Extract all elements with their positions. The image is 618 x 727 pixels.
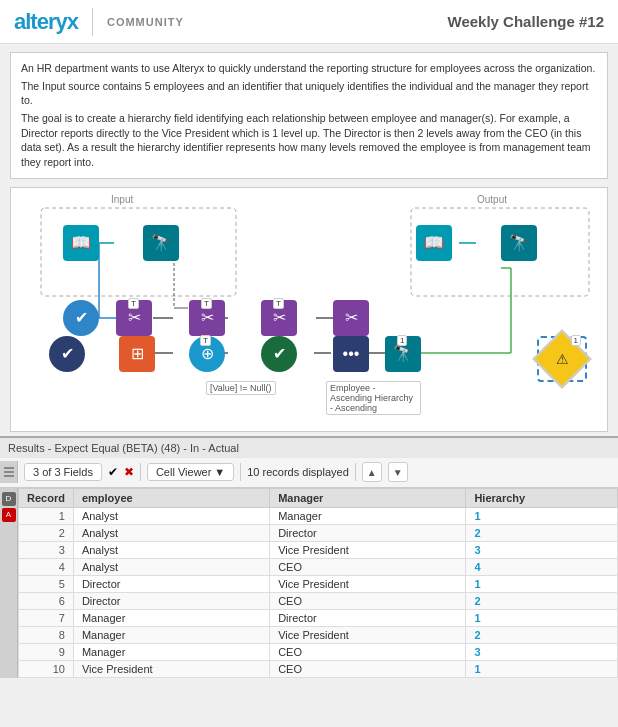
cell-employee: Manager <box>73 643 269 660</box>
toolbar-sep-2 <box>240 463 241 481</box>
sidebar-icon-1[interactable]: D <box>2 492 16 506</box>
table-row: 1AnalystManager1 <box>19 507 618 524</box>
dropdown-arrow: ▼ <box>214 466 225 478</box>
toolbar: 3 of 3 Fields ✔ ✖ Cell Viewer ▼ 10 recor… <box>0 458 618 488</box>
cell-record: 3 <box>19 541 74 558</box>
hamburger-line <box>4 475 14 477</box>
join-node[interactable]: ⊞ <box>119 336 155 372</box>
diamond-icon: ⚠ <box>532 329 591 388</box>
hamburger-line <box>4 467 14 469</box>
cell-employee: Vice President <box>73 660 269 677</box>
cell-record: 6 <box>19 592 74 609</box>
cell-record: 8 <box>19 626 74 643</box>
cell-record: 10 <box>19 660 74 677</box>
input-node-1[interactable]: 📖 <box>63 225 99 261</box>
cell-viewer-btn[interactable]: Cell Viewer ▼ <box>147 463 234 481</box>
scroll-up-btn[interactable]: ▲ <box>362 462 382 482</box>
header: alteryx COMMUNITY Weekly Challenge #12 <box>0 0 618 44</box>
description-line2: The Input source contains 5 employees an… <box>21 79 597 108</box>
cell-record: 4 <box>19 558 74 575</box>
cell-manager: CEO <box>270 592 466 609</box>
cell-manager: CEO <box>270 660 466 677</box>
table-row: 5DirectorVice President1 <box>19 575 618 592</box>
cell-employee: Analyst <box>73 524 269 541</box>
cell-hierarchy: 1 <box>466 575 618 592</box>
col-header-manager[interactable]: Manager <box>270 488 466 507</box>
table-row: 8ManagerVice President2 <box>19 626 618 643</box>
formula-node-4[interactable]: ✂ <box>333 300 369 336</box>
cell-manager: Manager <box>270 507 466 524</box>
col-header-hierarchy[interactable]: Hierarchy <box>466 488 618 507</box>
sidebar-toggle[interactable] <box>0 461 18 483</box>
cell-manager: CEO <box>270 558 466 575</box>
cell-hierarchy: 2 <box>466 626 618 643</box>
cell-manager: Director <box>270 609 466 626</box>
check-icon[interactable]: ✔ <box>108 465 118 479</box>
formula-tag-1: T <box>128 298 139 309</box>
header-divider <box>92 8 93 36</box>
table-row: 2AnalystDirector2 <box>19 524 618 541</box>
cell-record: 1 <box>19 507 74 524</box>
cell-hierarchy: 3 <box>466 541 618 558</box>
records-info: 10 records displayed <box>247 466 349 478</box>
cell-manager: Director <box>270 524 466 541</box>
table-row: 4AnalystCEO4 <box>19 558 618 575</box>
cell-hierarchy: 1 <box>466 660 618 677</box>
cell-record: 9 <box>19 643 74 660</box>
filter-node-2[interactable]: ✔ <box>49 336 85 372</box>
browse-tag: 1 <box>397 335 407 346</box>
scroll-down-btn[interactable]: ▼ <box>388 462 408 482</box>
cell-hierarchy: 3 <box>466 643 618 660</box>
filter-node-1[interactable]: ✔ <box>63 300 99 336</box>
toolbar-sep-3 <box>355 463 356 481</box>
col-header-record[interactable]: Record <box>19 488 74 507</box>
cell-employee: Director <box>73 575 269 592</box>
table-row: 10Vice PresidentCEO1 <box>19 660 618 677</box>
results-bar: Results - Expect Equal (BETA) (48) - In … <box>0 436 618 458</box>
cell-hierarchy: 4 <box>466 558 618 575</box>
cell-hierarchy: 2 <box>466 524 618 541</box>
toolbar-sep-1 <box>140 463 141 481</box>
community-label: COMMUNITY <box>107 16 184 28</box>
canvas-input-label: Input <box>111 194 133 205</box>
canvas-area: Input Output � <box>10 187 608 432</box>
col-header-employee[interactable]: employee <box>73 488 269 507</box>
table-wrapper: Record employee Manager Hierarchy 1Analy… <box>18 488 618 678</box>
table-row: 7ManagerDirector1 <box>19 609 618 626</box>
logo: alteryx <box>14 9 78 35</box>
multi-node[interactable]: ••• <box>333 336 369 372</box>
cell-manager: Vice President <box>270 575 466 592</box>
warning-tag: 1 <box>571 335 581 346</box>
cell-employee: Director <box>73 592 269 609</box>
results-text: Results - Expect Equal (BETA) (48) - In … <box>8 442 239 454</box>
cell-record: 7 <box>19 609 74 626</box>
cell-hierarchy: 1 <box>466 609 618 626</box>
x-icon[interactable]: ✖ <box>124 465 134 479</box>
table-row: 9ManagerCEO3 <box>19 643 618 660</box>
table-area: D A Record employee Manager Hierarchy 1A… <box>0 488 618 678</box>
sort-label: Employee - Ascending Hierarchy - Ascendi… <box>326 381 421 415</box>
sidebar-icon-2[interactable]: A <box>2 508 16 522</box>
cell-record: 2 <box>19 524 74 541</box>
browse-node-1[interactable]: 🔭 <box>143 225 179 261</box>
browse-node-2[interactable]: 🔭 <box>501 225 537 261</box>
formula-tag-3: T <box>273 298 284 309</box>
cell-hierarchy: 1 <box>466 507 618 524</box>
fields-label: 3 of 3 Fields <box>33 466 93 478</box>
cell-manager: Vice President <box>270 541 466 558</box>
left-sidebar: D A <box>0 488 18 678</box>
cell-employee: Manager <box>73 626 269 643</box>
cell-manager: CEO <box>270 643 466 660</box>
output-node-1[interactable]: 📖 <box>416 225 452 261</box>
formula-tag-2: T <box>201 298 212 309</box>
cell-employee: Analyst <box>73 541 269 558</box>
fields-badge[interactable]: 3 of 3 Fields <box>24 463 102 481</box>
data-table: Record employee Manager Hierarchy 1Analy… <box>18 488 618 678</box>
filter-node-3[interactable]: ✔ <box>261 336 297 372</box>
canvas-output-label: Output <box>477 194 507 205</box>
cell-hierarchy: 2 <box>466 592 618 609</box>
description-line1: An HR department wants to use Alteryx to… <box>21 61 597 76</box>
cell-manager: Vice President <box>270 626 466 643</box>
table-row: 6DirectorCEO2 <box>19 592 618 609</box>
cell-employee: Analyst <box>73 558 269 575</box>
